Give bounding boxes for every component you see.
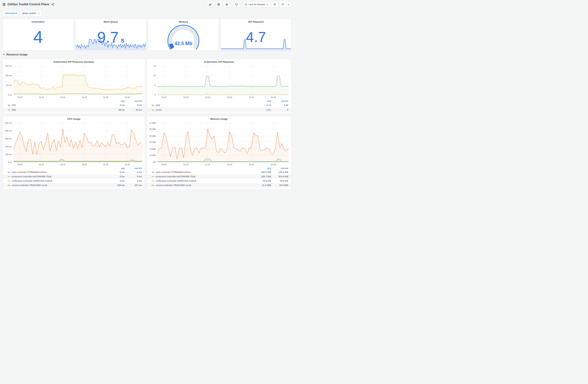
refresh-interval-dropdown[interactable]: [286, 2, 291, 7]
series-color-dash-icon: [8, 181, 10, 181]
series-color-dash-icon: [152, 109, 154, 110]
legend-series-name[interactable]: errors: [156, 109, 254, 111]
clock-icon: [245, 3, 247, 6]
svg-text:29 MiB: 29 MiB: [149, 141, 156, 143]
panel-title[interactable]: Kubernetes API Requests Duration: [3, 59, 145, 64]
legend-series-name[interactable]: total: [156, 104, 254, 107]
k8s-api-duration-chart[interactable]: 0 ns50 ms100 ms150 ms15:0515:1015:1515:2…: [3, 64, 145, 99]
time-range-picker[interactable]: Last 30 minutes: [243, 1, 270, 7]
monitor-icon: [235, 3, 238, 6]
variable-label-namespace: namespace: [3, 11, 19, 16]
legend-series-name[interactable]: P50: [12, 104, 107, 107]
memory-gauge: 42.5 Mb: [148, 23, 219, 50]
stat-value: 9.7: [97, 29, 119, 45]
namespace-select[interactable]: gitops-system: [20, 11, 42, 16]
legend-col-current[interactable]: current: [125, 100, 142, 102]
chevron-down-icon: [38, 13, 40, 14]
legend-series-name[interactable]: P99: [12, 109, 107, 111]
stat-value: 4: [33, 28, 43, 46]
save-dashboard-button[interactable]: [215, 1, 222, 7]
memory-usage-chart[interactable]: 0 B10 MiB19 MiB29 MiB38 MiB48 MiB57 MiB1…: [147, 122, 291, 166]
series-color-dash-icon: [8, 172, 10, 173]
legend-row: errors0.010: [147, 107, 291, 112]
svg-text:57 MiB: 57 MiB: [149, 122, 156, 124]
refresh-button[interactable]: [280, 2, 286, 7]
legend-current-value: 76.6 KiB: [271, 180, 288, 182]
svg-text:15:10: 15:10: [39, 96, 44, 98]
svg-text:100 ms: 100 ms: [5, 74, 12, 77]
svg-text:100 ms: 100 ms: [5, 153, 12, 155]
svg-text:300 ms: 300 ms: [5, 137, 12, 140]
svg-text:15:05: 15:05: [17, 96, 22, 98]
legend-col-current[interactable]: current: [271, 167, 288, 170]
legend-series-name[interactable]: helm-controller-57f9b56bbf-k24mk: [12, 171, 107, 173]
legend-series-name[interactable]: source-controller-7fb84fc985-zvsz8: [156, 184, 254, 187]
svg-text:15:25: 15:25: [103, 96, 108, 98]
refresh-button-group: [279, 1, 292, 7]
legend-series-name[interactable]: kustomize-controller-6c6784b468-7kzfp: [12, 175, 107, 178]
svg-text:10 MiB: 10 MiB: [149, 154, 156, 156]
chevron-down-icon: [267, 4, 269, 5]
legend-col-avg[interactable]: avg: [107, 100, 125, 102]
dashboard-settings-button[interactable]: [223, 1, 230, 7]
gear-icon: [225, 3, 228, 6]
legend-row: P9948 ms43 ms: [3, 107, 145, 112]
legend-row: source-controller-7fb84fc985-zvsz8236 ms…: [3, 183, 145, 188]
legend-col-avg[interactable]: avg: [107, 167, 125, 170]
legend-col-current[interactable]: current: [271, 100, 288, 102]
panel-title[interactable]: Kubernetes API Requests: [147, 59, 291, 64]
legend-current-value: 4.44: [271, 104, 288, 107]
legend-avg-value: 236 ms: [107, 184, 125, 187]
legend-series-name[interactable]: helm-controller-57f9b56bbf-k24mk: [156, 171, 254, 173]
share-icon[interactable]: [51, 3, 54, 6]
cpu-usage-chart[interactable]: 0 ns100 ms200 ms300 ms400 ms500 ms15:051…: [3, 122, 145, 166]
svg-text:15:15: 15:15: [60, 96, 65, 98]
legend: avgcurrenthelm-controller-57f9b56bbf-k24…: [3, 167, 145, 188]
legend-series-name[interactable]: source-controller-7fb84fc985-zvsz8: [12, 184, 107, 187]
series-color-dash-icon: [152, 185, 154, 186]
legend-current-value: 302.4 KiB: [271, 175, 288, 178]
legend-avg-value: 5 ms: [107, 171, 125, 173]
svg-text:48 MiB: 48 MiB: [149, 128, 156, 130]
k8s-api-requests-chart[interactable]: 05101515:0515:1015:1515:2015:2515:30: [147, 64, 291, 99]
legend-avg-value: 360.5 KiB: [254, 171, 271, 173]
series-color-dash-icon: [152, 176, 154, 177]
svg-text:0 ns: 0 ns: [8, 94, 12, 96]
legend-row: helm-controller-57f9b56bbf-k24mk5 ms4 ms: [3, 170, 145, 174]
series-color-dash-icon: [152, 172, 154, 173]
refresh-icon: [281, 3, 284, 6]
chevron-down-icon: [288, 4, 290, 5]
row-resource-usage[interactable]: Resource Usage: [3, 53, 28, 56]
panel-title[interactable]: Memory Usage: [147, 116, 291, 122]
svg-text:0: 0: [155, 94, 156, 96]
legend-col-avg[interactable]: avg: [254, 100, 271, 102]
legend-avg-value: 5 ms: [107, 104, 125, 107]
dashboard-grid-icon: [2, 3, 6, 6]
legend-series-name[interactable]: kustomize-controller-6c6784b468-7kzfp: [156, 175, 254, 178]
svg-text:19 MiB: 19 MiB: [149, 148, 156, 150]
template-variables: namespace gitops-system: [3, 11, 42, 16]
svg-text:150 ms: 150 ms: [5, 65, 12, 67]
legend-col-avg[interactable]: avg: [254, 167, 271, 170]
add-panel-button[interactable]: [207, 1, 214, 7]
legend-current-value: 5 ms: [125, 104, 142, 107]
legend-series-name[interactable]: notification-controller-6d56575dc-5w9n9: [12, 180, 107, 182]
series-color-dash-icon: [8, 105, 10, 106]
series-color-dash-icon: [8, 185, 10, 186]
panel-title[interactable]: CPU Usage: [3, 116, 145, 122]
legend-current-value: 247 ms: [125, 184, 142, 187]
svg-text:15:10: 15:10: [39, 163, 44, 166]
legend-col-current[interactable]: current: [125, 167, 142, 170]
series-color-dash-icon: [152, 105, 154, 106]
cycle-view-button[interactable]: [233, 1, 240, 7]
chevron-down-icon: [3, 54, 5, 55]
legend: avgcurrenttotal4.744.44errors0.010: [147, 99, 291, 112]
legend-row: kustomize-controller-6c6784b468-7kzfp284…: [147, 174, 291, 179]
svg-text:38 MiB: 38 MiB: [149, 135, 156, 137]
legend-series-name[interactable]: notification-controller-6d56575dc-5w9n9: [156, 180, 254, 182]
panel-memory-usage: Memory Usage 0 B10 MiB19 MiB29 MiB38 MiB…: [147, 116, 291, 189]
legend-avg-value: 76.6 KiB: [254, 180, 271, 182]
zoom-out-button[interactable]: [272, 1, 278, 7]
legend-avg-value: 284.7 KiB: [254, 175, 271, 178]
dashboard-header: GitOps Toolkit Control Plane Last 30 min…: [0, 0, 294, 9]
